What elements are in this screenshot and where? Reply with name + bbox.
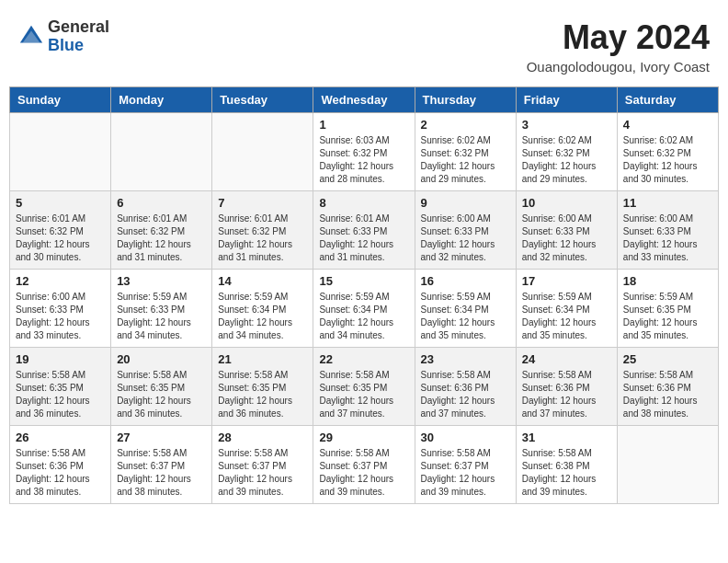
day-info: Sunrise: 5:59 AMSunset: 6:34 PMDaylight:… bbox=[421, 291, 510, 342]
day-info: Sunrise: 5:59 AMSunset: 6:35 PMDaylight:… bbox=[623, 291, 712, 342]
col-header-saturday: Saturday bbox=[617, 87, 718, 113]
calendar-day-cell: 8Sunrise: 6:01 AMSunset: 6:33 PMDaylight… bbox=[313, 191, 415, 270]
day-info: Sunrise: 5:59 AMSunset: 6:33 PMDaylight:… bbox=[117, 291, 206, 342]
day-number: 21 bbox=[218, 352, 307, 366]
calendar-week-row: 12Sunrise: 6:00 AMSunset: 6:33 PMDayligh… bbox=[10, 270, 719, 348]
calendar-day-cell: 13Sunrise: 5:59 AMSunset: 6:33 PMDayligh… bbox=[111, 270, 212, 348]
col-header-wednesday: Wednesday bbox=[313, 87, 415, 113]
col-header-tuesday: Tuesday bbox=[212, 87, 313, 113]
calendar-day-cell: 29Sunrise: 5:58 AMSunset: 6:37 PMDayligh… bbox=[313, 426, 415, 504]
calendar-table: SundayMondayTuesdayWednesdayThursdayFrid… bbox=[9, 86, 719, 504]
day-info: Sunrise: 6:02 AMSunset: 6:32 PMDaylight:… bbox=[623, 134, 712, 186]
calendar-day-cell: 3Sunrise: 6:02 AMSunset: 6:32 PMDaylight… bbox=[516, 113, 617, 191]
calendar-day-cell: 15Sunrise: 5:59 AMSunset: 6:34 PMDayligh… bbox=[313, 270, 415, 348]
calendar-day-cell: 22Sunrise: 5:58 AMSunset: 6:35 PMDayligh… bbox=[313, 348, 415, 426]
calendar-day-cell bbox=[617, 426, 718, 504]
col-header-monday: Monday bbox=[111, 87, 212, 113]
col-header-sunday: Sunday bbox=[10, 87, 111, 113]
day-number: 10 bbox=[522, 196, 611, 210]
day-info: Sunrise: 6:00 AMSunset: 6:33 PMDaylight:… bbox=[522, 213, 611, 264]
calendar-day-cell: 5Sunrise: 6:01 AMSunset: 6:32 PMDaylight… bbox=[10, 191, 111, 270]
calendar-day-cell bbox=[10, 113, 111, 191]
calendar-day-cell: 24Sunrise: 5:58 AMSunset: 6:36 PMDayligh… bbox=[516, 348, 617, 426]
calendar-header-row: SundayMondayTuesdayWednesdayThursdayFrid… bbox=[10, 87, 719, 113]
day-number: 2 bbox=[421, 118, 510, 132]
calendar-day-cell: 1Sunrise: 6:03 AMSunset: 6:32 PMDaylight… bbox=[313, 113, 415, 191]
day-info: Sunrise: 5:58 AMSunset: 6:36 PMDaylight:… bbox=[421, 369, 510, 420]
calendar-day-cell: 12Sunrise: 6:00 AMSunset: 6:33 PMDayligh… bbox=[10, 270, 111, 348]
col-header-thursday: Thursday bbox=[415, 87, 516, 113]
day-info: Sunrise: 5:58 AMSunset: 6:37 PMDaylight:… bbox=[421, 447, 510, 499]
day-number: 17 bbox=[522, 274, 611, 288]
day-number: 19 bbox=[16, 352, 105, 366]
calendar-day-cell bbox=[212, 113, 313, 191]
day-number: 18 bbox=[623, 274, 712, 288]
calendar-day-cell: 6Sunrise: 6:01 AMSunset: 6:32 PMDaylight… bbox=[111, 191, 212, 270]
day-info: Sunrise: 6:02 AMSunset: 6:32 PMDaylight:… bbox=[522, 134, 611, 186]
calendar-week-row: 1Sunrise: 6:03 AMSunset: 6:32 PMDaylight… bbox=[10, 113, 719, 191]
calendar-day-cell: 7Sunrise: 6:01 AMSunset: 6:32 PMDaylight… bbox=[212, 191, 313, 270]
calendar-day-cell: 16Sunrise: 5:59 AMSunset: 6:34 PMDayligh… bbox=[415, 270, 516, 348]
day-info: Sunrise: 5:58 AMSunset: 6:38 PMDaylight:… bbox=[522, 447, 611, 499]
day-number: 12 bbox=[16, 274, 105, 288]
calendar-week-row: 26Sunrise: 5:58 AMSunset: 6:36 PMDayligh… bbox=[10, 426, 719, 504]
day-number: 31 bbox=[522, 431, 611, 444]
day-info: Sunrise: 5:58 AMSunset: 6:37 PMDaylight:… bbox=[218, 447, 307, 499]
day-info: Sunrise: 6:01 AMSunset: 6:32 PMDaylight:… bbox=[16, 213, 105, 264]
day-number: 15 bbox=[319, 274, 408, 288]
logo-text: General Blue bbox=[48, 18, 109, 55]
calendar-day-cell: 11Sunrise: 6:00 AMSunset: 6:33 PMDayligh… bbox=[617, 191, 718, 270]
day-info: Sunrise: 5:58 AMSunset: 6:35 PMDaylight:… bbox=[218, 369, 307, 420]
col-header-friday: Friday bbox=[516, 87, 617, 113]
day-number: 26 bbox=[16, 431, 105, 444]
calendar-day-cell: 19Sunrise: 5:58 AMSunset: 6:35 PMDayligh… bbox=[10, 348, 111, 426]
calendar-day-cell: 18Sunrise: 5:59 AMSunset: 6:35 PMDayligh… bbox=[617, 270, 718, 348]
day-number: 23 bbox=[421, 352, 510, 366]
day-number: 1 bbox=[319, 118, 408, 132]
day-number: 28 bbox=[218, 431, 307, 444]
calendar-day-cell: 31Sunrise: 5:58 AMSunset: 6:38 PMDayligh… bbox=[516, 426, 617, 504]
day-info: Sunrise: 6:03 AMSunset: 6:32 PMDaylight:… bbox=[319, 134, 408, 186]
calendar-day-cell: 14Sunrise: 5:59 AMSunset: 6:34 PMDayligh… bbox=[212, 270, 313, 348]
calendar-day-cell: 10Sunrise: 6:00 AMSunset: 6:33 PMDayligh… bbox=[516, 191, 617, 270]
location-subtitle: Ouangolodougou, Ivory Coast bbox=[527, 59, 710, 75]
day-number: 25 bbox=[623, 352, 712, 366]
day-number: 5 bbox=[16, 196, 105, 210]
logo-icon bbox=[18, 24, 44, 50]
day-number: 27 bbox=[117, 431, 206, 444]
day-info: Sunrise: 5:58 AMSunset: 6:35 PMDaylight:… bbox=[16, 369, 105, 420]
day-number: 3 bbox=[522, 118, 611, 132]
calendar-day-cell: 28Sunrise: 5:58 AMSunset: 6:37 PMDayligh… bbox=[212, 426, 313, 504]
day-info: Sunrise: 5:58 AMSunset: 6:35 PMDaylight:… bbox=[319, 369, 408, 420]
day-info: Sunrise: 5:58 AMSunset: 6:36 PMDaylight:… bbox=[623, 369, 712, 420]
calendar-day-cell: 9Sunrise: 6:00 AMSunset: 6:33 PMDaylight… bbox=[415, 191, 516, 270]
day-number: 22 bbox=[319, 352, 408, 366]
day-number: 20 bbox=[117, 352, 206, 366]
day-number: 9 bbox=[421, 196, 510, 210]
day-info: Sunrise: 5:59 AMSunset: 6:34 PMDaylight:… bbox=[522, 291, 611, 342]
calendar-week-row: 19Sunrise: 5:58 AMSunset: 6:35 PMDayligh… bbox=[10, 348, 719, 426]
calendar-day-cell: 26Sunrise: 5:58 AMSunset: 6:36 PMDayligh… bbox=[10, 426, 111, 504]
month-year-title: May 2024 bbox=[527, 18, 710, 57]
logo-blue: Blue bbox=[48, 36, 84, 54]
day-info: Sunrise: 6:00 AMSunset: 6:33 PMDaylight:… bbox=[16, 291, 105, 342]
day-info: Sunrise: 6:01 AMSunset: 6:32 PMDaylight:… bbox=[117, 213, 206, 264]
day-info: Sunrise: 6:02 AMSunset: 6:32 PMDaylight:… bbox=[421, 134, 510, 186]
title-block: May 2024 Ouangolodougou, Ivory Coast bbox=[527, 18, 710, 75]
day-info: Sunrise: 5:58 AMSunset: 6:36 PMDaylight:… bbox=[522, 369, 611, 420]
day-info: Sunrise: 5:58 AMSunset: 6:37 PMDaylight:… bbox=[117, 447, 206, 499]
page-header: General Blue May 2024 Ouangolodougou, Iv… bbox=[9, 9, 719, 79]
day-number: 8 bbox=[319, 196, 408, 210]
calendar-day-cell: 27Sunrise: 5:58 AMSunset: 6:37 PMDayligh… bbox=[111, 426, 212, 504]
day-info: Sunrise: 6:00 AMSunset: 6:33 PMDaylight:… bbox=[623, 213, 712, 264]
calendar-day-cell: 25Sunrise: 5:58 AMSunset: 6:36 PMDayligh… bbox=[617, 348, 718, 426]
day-number: 29 bbox=[319, 431, 408, 444]
day-number: 24 bbox=[522, 352, 611, 366]
day-number: 14 bbox=[218, 274, 307, 288]
day-number: 4 bbox=[623, 118, 712, 132]
day-number: 16 bbox=[421, 274, 510, 288]
day-number: 7 bbox=[218, 196, 307, 210]
day-number: 30 bbox=[421, 431, 510, 444]
logo-general: General bbox=[48, 17, 109, 36]
day-info: Sunrise: 5:58 AMSunset: 6:37 PMDaylight:… bbox=[319, 447, 408, 499]
